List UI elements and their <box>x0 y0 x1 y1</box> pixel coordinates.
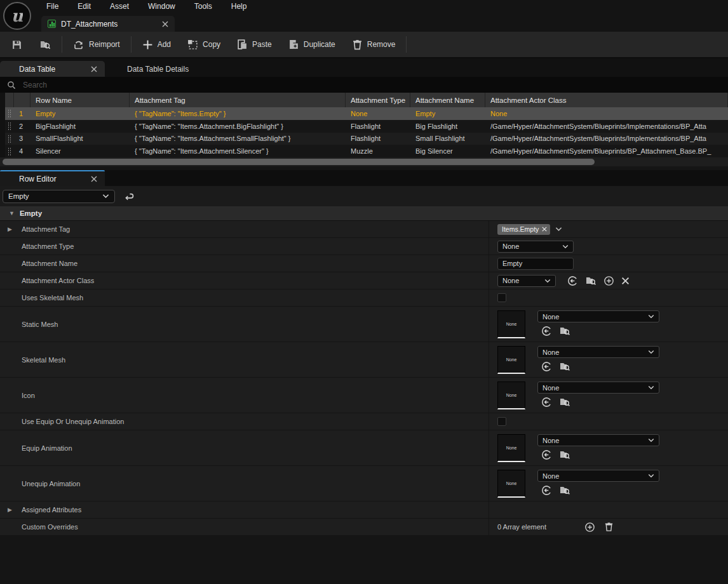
menu-edit[interactable]: Edit <box>68 2 100 11</box>
browse-to-asset-icon[interactable] <box>559 326 570 336</box>
browse-to-asset-button[interactable] <box>31 32 59 57</box>
attachment-tag-cell: { "TagName": "Items.Attachment.BigFlashl… <box>130 120 346 133</box>
row-number: 4 <box>14 145 30 157</box>
menu-file[interactable]: File <box>37 2 68 11</box>
attachment-name-input[interactable] <box>497 258 574 270</box>
remove-button[interactable]: Remove <box>344 32 404 57</box>
property-row-icon: Icon None None <box>0 378 728 413</box>
browse-to-asset-icon[interactable] <box>559 485 570 495</box>
close-icon[interactable] <box>162 21 168 27</box>
remove-label: Remove <box>367 40 396 49</box>
table-row[interactable]: 3 SmallFlashlight { "TagName": "Items.At… <box>5 133 728 145</box>
attachment-actor-class-cell: /Game/Hyper/AttachmentSystem/Blueprints/… <box>485 133 728 145</box>
scrollbar-thumb[interactable] <box>3 159 595 165</box>
column-header-attachment-name[interactable]: Attachment Name <box>410 93 485 107</box>
row-selector-dropdown[interactable]: Empty <box>3 190 115 203</box>
copy-label: Copy <box>203 40 220 49</box>
paste-button[interactable]: Paste <box>229 32 280 57</box>
gameplay-tag-chip[interactable]: Items.Empty <box>497 224 550 235</box>
reimport-button[interactable]: Reimport <box>65 32 128 57</box>
close-icon[interactable] <box>91 66 97 72</box>
header-number-cell <box>14 93 30 107</box>
expand-arrow-icon[interactable]: ▶ <box>8 507 12 513</box>
category-header-empty[interactable]: ▼ Empty <box>0 206 728 221</box>
attachment-tag-cell: { "TagName": "Items.Attachment.SmallFlas… <box>130 133 346 145</box>
attachment-actor-class-cell: None <box>485 107 728 120</box>
use-selected-asset-icon[interactable] <box>541 485 552 496</box>
asset-thumbnail[interactable]: None <box>497 382 525 409</box>
property-row-use-equip-or-unequip-animation: Use Equip Or Unequip Animation <box>0 413 728 430</box>
browse-to-asset-icon[interactable] <box>559 449 570 460</box>
table-row[interactable]: 2 BigFlashlight { "TagName": "Items.Atta… <box>5 120 728 133</box>
new-asset-icon[interactable] <box>603 275 614 286</box>
asset-thumbnail[interactable]: None <box>497 346 525 374</box>
icon-dropdown[interactable]: None <box>537 382 659 394</box>
duplicate-button[interactable]: Duplicate <box>280 32 344 57</box>
asset-thumbnail[interactable]: None <box>497 470 525 498</box>
asset-tab[interactable]: DT_Attachments <box>41 16 175 32</box>
remove-tag-icon[interactable] <box>542 227 547 232</box>
use-selected-asset-icon[interactable] <box>567 275 578 286</box>
browse-to-asset-icon[interactable] <box>559 361 570 371</box>
tab-data-table[interactable]: Data Table <box>0 61 105 77</box>
use-selected-asset-icon[interactable] <box>541 361 552 372</box>
skeletal-mesh-dropdown[interactable]: None <box>537 346 659 358</box>
actor-class-dropdown[interactable]: None <box>497 275 556 287</box>
horizontal-scrollbar[interactable] <box>0 157 728 166</box>
browse-to-asset-icon[interactable] <box>559 397 570 407</box>
close-icon[interactable] <box>91 176 97 182</box>
menu-window[interactable]: Window <box>138 2 185 11</box>
drag-handle[interactable] <box>5 107 14 120</box>
chevron-down-icon[interactable] <box>555 227 562 232</box>
column-header-attachment-actor-class[interactable]: Attachment Actor Class <box>485 93 728 107</box>
browse-to-asset-icon[interactable] <box>585 275 597 286</box>
reimport-icon <box>73 39 84 50</box>
use-equip-animation-checkbox[interactable] <box>497 417 506 426</box>
column-header-attachment-tag[interactable]: Attachment Tag <box>130 93 346 107</box>
tab-data-table-details[interactable]: Data Table Details <box>121 61 195 77</box>
column-header-attachment-type[interactable]: Attachment Type <box>346 93 410 107</box>
property-row-skeletal-mesh: Skeletal Mesh None None <box>0 342 728 378</box>
menu-asset[interactable]: Asset <box>100 2 138 11</box>
property-row-unequip-animation: Unequip Animation None None <box>0 466 728 501</box>
undo-icon[interactable] <box>124 192 135 201</box>
equip-animation-dropdown[interactable]: None <box>537 434 659 446</box>
static-mesh-dropdown[interactable]: None <box>537 310 659 322</box>
uses-skeletal-mesh-checkbox[interactable] <box>497 293 506 302</box>
table-row[interactable]: 4 Silencer { "TagName": "Items.Attachmen… <box>5 145 728 157</box>
add-label: Add <box>158 40 171 49</box>
tab-row-editor[interactable]: Row Editor <box>0 170 105 186</box>
add-array-element-icon[interactable] <box>584 522 595 533</box>
expand-arrow-icon[interactable]: ▶ <box>8 226 12 232</box>
drag-handle[interactable] <box>5 145 14 157</box>
copy-button[interactable]: Copy <box>179 32 229 57</box>
menu-tools[interactable]: Tools <box>185 2 222 11</box>
search-input[interactable] <box>22 80 593 90</box>
asset-thumbnail[interactable]: None <box>497 310 525 338</box>
array-element-count: 0 Array element <box>497 523 546 531</box>
chevron-down-icon: ▼ <box>9 210 15 216</box>
clear-array-icon[interactable] <box>604 522 614 532</box>
unequip-animation-dropdown[interactable]: None <box>537 470 659 482</box>
table-row[interactable]: 1 Empty { "TagName": "Items.Empty" } Non… <box>5 107 728 120</box>
row-name-cell: Silencer <box>30 145 130 157</box>
column-header-row-name[interactable]: Row Name <box>30 93 130 107</box>
drag-handle[interactable] <box>5 120 14 133</box>
attachment-type-dropdown[interactable]: None <box>497 241 574 253</box>
use-selected-asset-icon[interactable] <box>541 326 552 336</box>
use-selected-asset-icon[interactable] <box>541 397 552 408</box>
asset-thumbnail[interactable]: None <box>497 434 525 462</box>
table-header: Row Name Attachment Tag Attachment Type … <box>5 93 728 107</box>
browse-icon <box>39 39 51 50</box>
menu-help[interactable]: Help <box>222 2 257 11</box>
property-row-attachment-type: Attachment Type None <box>0 238 728 255</box>
drag-handle[interactable] <box>5 133 14 145</box>
use-selected-asset-icon[interactable] <box>541 449 552 460</box>
attachment-type-cell: Flashlight <box>346 120 410 133</box>
remove-icon <box>352 39 363 50</box>
unreal-engine-logo[interactable]: u <box>3 2 31 30</box>
clear-icon[interactable] <box>621 277 630 285</box>
save-button[interactable] <box>0 32 31 57</box>
duplicate-label: Duplicate <box>304 40 335 49</box>
add-button[interactable]: Add <box>134 32 179 57</box>
